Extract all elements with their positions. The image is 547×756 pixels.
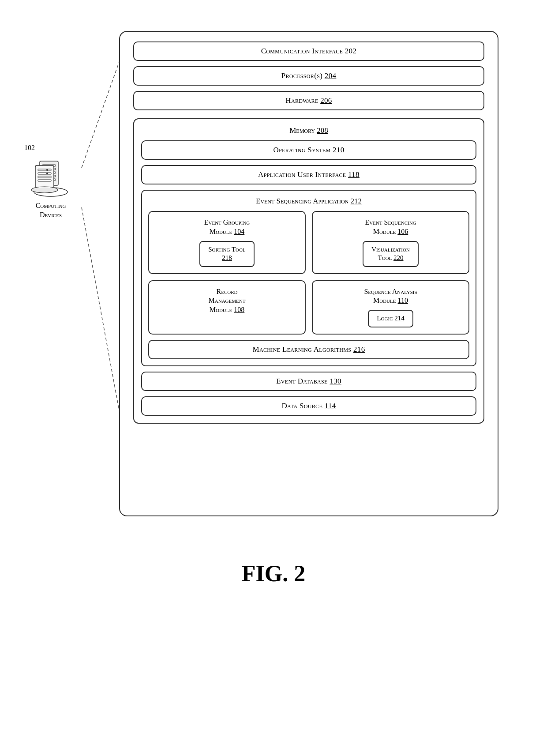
comm-interface-box: Communication Interface 202: [133, 41, 484, 61]
data-source-box: Data Source 114: [141, 396, 476, 416]
svg-point-14: [46, 169, 48, 171]
server-icon: [26, 150, 75, 199]
os-label: Operating System 210: [273, 146, 344, 154]
svg-point-15: [46, 173, 48, 174]
data-source-label: Data Source 114: [281, 402, 336, 410]
ml-label: Machine Learning Algorithms 216: [253, 345, 365, 354]
computing-devices-container: Computing Devices: [26, 150, 75, 220]
event-db-box: Event Database 130: [141, 372, 476, 391]
app-ui-label: Application User Interface 118: [258, 170, 360, 179]
page: 102: [0, 0, 547, 756]
sorting-tool-box: Sorting Tool218: [199, 241, 254, 267]
event-db-label: Event Database 130: [276, 377, 341, 385]
event-grouping-module: Event GroupingModule 104 Sorting Tool218: [148, 211, 306, 274]
modules-grid: Event GroupingModule 104 Sorting Tool218…: [148, 211, 469, 335]
main-system-box: Communication Interface 202 Processor(s)…: [119, 31, 498, 516]
processor-label: Processor(s) 204: [281, 71, 337, 80]
event-grouping-title: Event GroupingModule 104: [204, 218, 250, 237]
memory-title: Memory 208: [141, 126, 476, 135]
computing-devices-label: Computing Devices: [36, 201, 66, 220]
hardware-label: Hardware 206: [285, 96, 332, 105]
event-sequencing-title: Event SequencingModule 106: [365, 218, 416, 237]
sequence-analysis-module: Sequence AnalysisModule 110 Logic 214: [312, 280, 469, 335]
sequence-analysis-title: Sequence AnalysisModule 110: [364, 287, 417, 306]
logic-box: Logic 214: [368, 310, 413, 327]
record-management-module: RecordManagementModule 108: [148, 280, 306, 335]
memory-outer-box: Memory 208 Operating System 210 Applicat…: [133, 118, 484, 424]
app-ui-box: Application User Interface 118: [141, 165, 476, 184]
ml-algorithms-box: Machine Learning Algorithms 216: [148, 340, 469, 359]
comm-interface-label: Communication Interface 202: [261, 47, 357, 55]
esa-title: Event Sequencing Application 212: [148, 197, 469, 206]
svg-point-16: [31, 187, 58, 193]
os-box: Operating System 210: [141, 140, 476, 160]
esa-outer-box: Event Sequencing Application 212 Event G…: [141, 190, 476, 366]
diagram-area: 102: [0, 18, 547, 547]
record-management-title: RecordManagementModule 108: [209, 287, 246, 315]
svg-line-1: [82, 207, 120, 415]
svg-line-0: [82, 60, 120, 168]
visualization-tool-box: VisualizationTool 220: [363, 241, 419, 267]
processor-box: Processor(s) 204: [133, 66, 484, 86]
hardware-box: Hardware 206: [133, 91, 484, 110]
event-sequencing-module: Event SequencingModule 106 Visualization…: [312, 211, 469, 274]
figure-label: FIG. 2: [242, 560, 305, 587]
